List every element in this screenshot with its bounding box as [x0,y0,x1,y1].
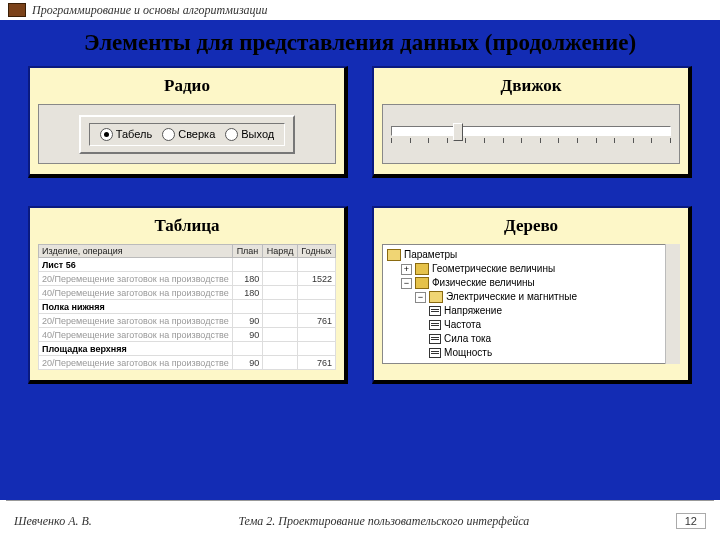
radio-option-1[interactable]: Сверка [162,128,215,141]
table-row[interactable]: 20/Перемещение заготовок на производстве… [39,272,336,286]
table-row[interactable]: Лист 56 [39,258,336,272]
folder-icon [415,277,429,289]
header-bar: Программирование и основы алгоритмизации [0,0,720,20]
card-table-title: Таблица [38,216,336,236]
radio-dot-icon [225,128,238,141]
tree-widget: Параметры +Геометрические величины−Физич… [382,244,680,364]
table-row[interactable]: 40/Перемещение заготовок на производстве… [39,286,336,300]
table-row[interactable]: Полка нижняя [39,300,336,314]
radio-option-2[interactable]: Выход [225,128,274,141]
document-icon [429,334,441,344]
course-title: Программирование и основы алгоритмизации [32,3,268,18]
page-title: Элементы для представления данных (продо… [0,30,720,56]
radio-dot-icon [100,128,113,141]
col-0: Изделие, операция [39,245,233,258]
table-header-row: Изделие, операция План Наряд Годных [39,245,336,258]
page-number: 12 [676,513,706,529]
card-slider-title: Движок [382,76,680,96]
folder-open-icon [387,249,401,261]
card-slider: Движок [372,66,692,178]
tree-node[interactable]: Мощность [387,346,675,360]
folder-icon [415,263,429,275]
slide-body: Элементы для представления данных (продо… [0,24,720,500]
collapse-icon[interactable]: − [415,292,426,303]
data-table: Изделие, операция План Наряд Годных Лист… [38,244,336,370]
tree-node[interactable]: Напряжение [387,304,675,318]
tree-node[interactable]: −Электрические и магнитные [387,290,675,304]
footer: Шевченко А. В. Тема 2. Проектирование по… [0,501,720,540]
collapse-icon[interactable]: − [401,278,412,289]
tree-node[interactable]: +Геометрические величины [387,262,675,276]
table-row[interactable]: 40/Перемещение заготовок на производстве… [39,328,336,342]
col-2: Наряд [263,245,298,258]
slider-track[interactable] [391,126,671,136]
cards-grid: Радио Табель Сверка Выход Движок [0,66,720,384]
logo-icon [8,3,26,17]
author: Шевченко А. В. [14,514,92,529]
tree-node[interactable]: Сила тока [387,332,675,346]
col-3: Годных [297,245,335,258]
slider-widget[interactable] [382,104,680,164]
expand-icon[interactable]: + [401,264,412,275]
card-tree-title: Дерево [382,216,680,236]
tree-node[interactable]: Частота [387,318,675,332]
document-icon [429,320,441,330]
card-radio: Радио Табель Сверка Выход [28,66,348,178]
table-row[interactable]: 20/Перемещение заготовок на производстве… [39,356,336,370]
table-row[interactable]: Площадка верхняя [39,342,336,356]
document-icon [429,306,441,316]
topic: Тема 2. Проектирование пользовательского… [92,514,676,529]
slider-ticks [391,138,671,143]
tree-root[interactable]: Параметры [387,248,675,262]
radio-dot-icon [162,128,175,141]
document-icon [429,348,441,358]
radio-widget: Табель Сверка Выход [38,104,336,164]
card-radio-title: Радио [38,76,336,96]
scrollbar[interactable] [665,244,680,364]
card-table: Таблица Изделие, операция План Наряд Год… [28,206,348,384]
table-row[interactable]: 20/Перемещение заготовок на производстве… [39,314,336,328]
tree-node[interactable]: −Физические величины [387,276,675,290]
card-tree: Дерево Параметры +Геометрические величин… [372,206,692,384]
folder-icon [429,291,443,303]
radio-option-0[interactable]: Табель [100,128,152,141]
col-1: План [232,245,263,258]
slider-thumb[interactable] [453,123,463,141]
